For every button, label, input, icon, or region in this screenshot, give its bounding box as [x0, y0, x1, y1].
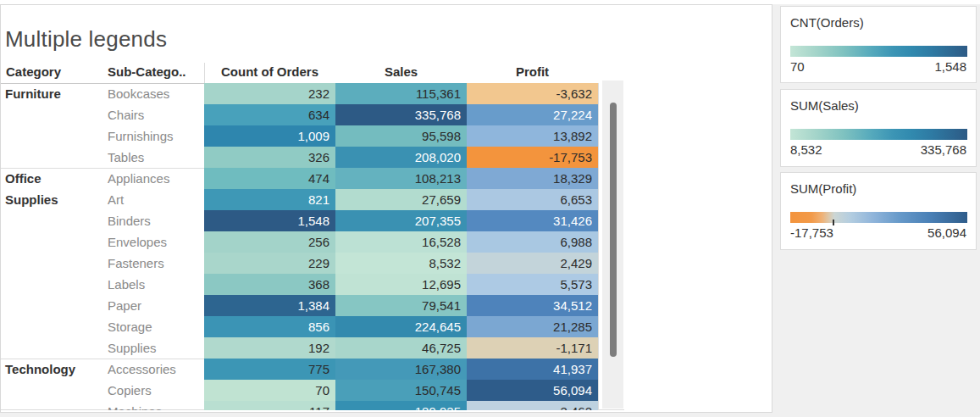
cell-orders[interactable]: 117: [204, 401, 335, 410]
subcategory-label[interactable]: Accessories: [108, 359, 202, 380]
page-title: Multiple legends: [5, 26, 167, 53]
legend-min-value: 8,532: [790, 142, 822, 157]
vertical-scrollbar[interactable]: [602, 81, 623, 409]
cell-profit[interactable]: 31,426: [467, 210, 598, 231]
subcategory-label[interactable]: Supplies: [108, 337, 202, 359]
cell-orders[interactable]: 256: [204, 231, 335, 253]
cell-orders[interactable]: 775: [204, 359, 335, 380]
legend-card-profit[interactable]: SUM(Profit) -17,753 56,094: [780, 172, 977, 250]
subcategory-label[interactable]: Binders: [108, 210, 202, 231]
cell-profit[interactable]: 2,429: [467, 253, 598, 274]
cell-orders[interactable]: 821: [204, 189, 335, 210]
legend-max-value: 56,094: [927, 225, 966, 240]
cell-profit[interactable]: 5,573: [467, 274, 598, 295]
tableau-view: Multiple legends Category Sub-Catego.. C…: [0, 0, 980, 417]
legend-card-sales[interactable]: SUM(Sales) 8,532 335,768: [780, 89, 977, 167]
cell-profit[interactable]: 6,653: [467, 189, 598, 210]
legend-min-value: -17,753: [790, 225, 833, 240]
cell-sales[interactable]: 12,695: [335, 274, 467, 295]
subcategory-label[interactable]: Art: [108, 189, 202, 210]
legend-title: CNT(Orders): [790, 15, 864, 30]
cell-orders[interactable]: 326: [204, 147, 335, 168]
column-header-subcategory[interactable]: Sub-Catego..: [108, 63, 202, 83]
cell-profit[interactable]: -17,753: [467, 147, 598, 168]
cell-sales[interactable]: 27,659: [335, 189, 467, 210]
cell-orders[interactable]: 1,384: [204, 295, 335, 316]
subcategory-label[interactable]: Furnishings: [108, 125, 202, 147]
legend-title: SUM(Profit): [790, 181, 856, 196]
subcategory-label[interactable]: Labels: [108, 274, 202, 295]
cell-orders[interactable]: 70: [204, 380, 335, 401]
cell-sales[interactable]: 79,541: [335, 295, 467, 316]
cell-orders[interactable]: 1,009: [204, 125, 335, 147]
cell-profit[interactable]: 41,937: [467, 359, 598, 380]
worksheet-card: Multiple legends Category Sub-Catego.. C…: [0, 4, 772, 413]
cell-sales[interactable]: 208,020: [335, 147, 467, 168]
cell-orders[interactable]: 1,548: [204, 210, 335, 231]
scrollbar-thumb[interactable]: [610, 103, 617, 357]
cell-sales[interactable]: 335,768: [335, 104, 467, 125]
legend-card-orders[interactable]: CNT(Orders) 70 1,548: [780, 6, 977, 83]
cell-sales[interactable]: 108,213: [335, 168, 467, 189]
cell-orders[interactable]: 192: [204, 337, 335, 359]
legends-panel: CNT(Orders) 70 1,548 SUM(Sales) 8,532 33…: [772, 4, 980, 417]
cell-profit[interactable]: -1,171: [467, 337, 598, 359]
category-label[interactable]: Technology: [5, 359, 86, 410]
cell-orders[interactable]: 474: [204, 168, 335, 189]
cell-orders[interactable]: 634: [204, 104, 335, 125]
cell-sales[interactable]: 224,645: [335, 316, 467, 337]
subcategory-label[interactable]: Fasteners: [108, 253, 202, 274]
legend-max-value: 335,768: [921, 142, 966, 157]
cell-sales[interactable]: 8,532: [335, 253, 467, 274]
subcategory-label[interactable]: Bookcases: [108, 83, 202, 104]
cell-profit[interactable]: 6,988: [467, 231, 598, 253]
category-label[interactable]: Furniture: [5, 83, 86, 168]
cell-sales[interactable]: 167,380: [335, 359, 467, 380]
column-header-profit[interactable]: Profit: [467, 63, 598, 83]
cell-profit[interactable]: 34,512: [467, 295, 598, 316]
legend-max-value: 1,548: [934, 59, 966, 74]
cell-sales[interactable]: 16,528: [335, 231, 467, 253]
subcategory-label[interactable]: Machines: [108, 401, 202, 410]
subcategory-label[interactable]: Storage: [108, 316, 202, 337]
subcategory-label[interactable]: Tables: [108, 147, 202, 168]
zero-tick-mark: [833, 220, 834, 225]
cell-sales[interactable]: 95,598: [335, 125, 467, 147]
table-divider-right: [598, 83, 599, 410]
cell-sales[interactable]: 189,935: [335, 401, 467, 410]
color-gradient-bar[interactable]: [790, 46, 967, 57]
cell-profit[interactable]: 27,224: [467, 104, 598, 125]
cell-profit[interactable]: 21,285: [467, 316, 598, 337]
subcategory-label[interactable]: Envelopes: [108, 231, 202, 253]
cell-orders[interactable]: 856: [204, 316, 335, 337]
cell-sales[interactable]: 150,745: [335, 380, 467, 401]
column-header-category[interactable]: Category: [6, 63, 101, 83]
cell-profit[interactable]: 13,892: [467, 125, 598, 147]
column-header-sales[interactable]: Sales: [335, 63, 467, 83]
subcategory-label[interactable]: Appliances: [108, 168, 202, 189]
subcategory-label[interactable]: Paper: [108, 295, 202, 316]
category-label[interactable]: Office Supplies: [5, 168, 86, 359]
cell-sales[interactable]: 207,355: [335, 210, 467, 231]
legend-min-value: 70: [790, 59, 805, 74]
legend-title: SUM(Sales): [790, 98, 859, 113]
cell-orders[interactable]: 229: [204, 253, 335, 274]
color-gradient-bar[interactable]: [790, 212, 967, 223]
column-header-count-orders[interactable]: Count of Orders: [204, 63, 335, 83]
subcategory-label[interactable]: Copiers: [108, 380, 202, 401]
cell-profit[interactable]: 56,094: [467, 380, 598, 401]
cell-profit[interactable]: 3,462: [467, 401, 598, 410]
highlight-table: Category Sub-Catego.. Count of Orders Sa…: [1, 63, 628, 410]
color-gradient-bar[interactable]: [790, 129, 967, 140]
cell-sales[interactable]: 46,725: [335, 337, 467, 359]
cell-profit[interactable]: -3,632: [467, 83, 598, 104]
subcategory-label[interactable]: Chairs: [108, 104, 202, 125]
cell-sales[interactable]: 115,361: [335, 83, 467, 104]
bottom-gutter: [0, 413, 980, 417]
cell-orders[interactable]: 232: [204, 83, 335, 104]
cell-profit[interactable]: 18,329: [467, 168, 598, 189]
cell-orders[interactable]: 368: [204, 274, 335, 295]
